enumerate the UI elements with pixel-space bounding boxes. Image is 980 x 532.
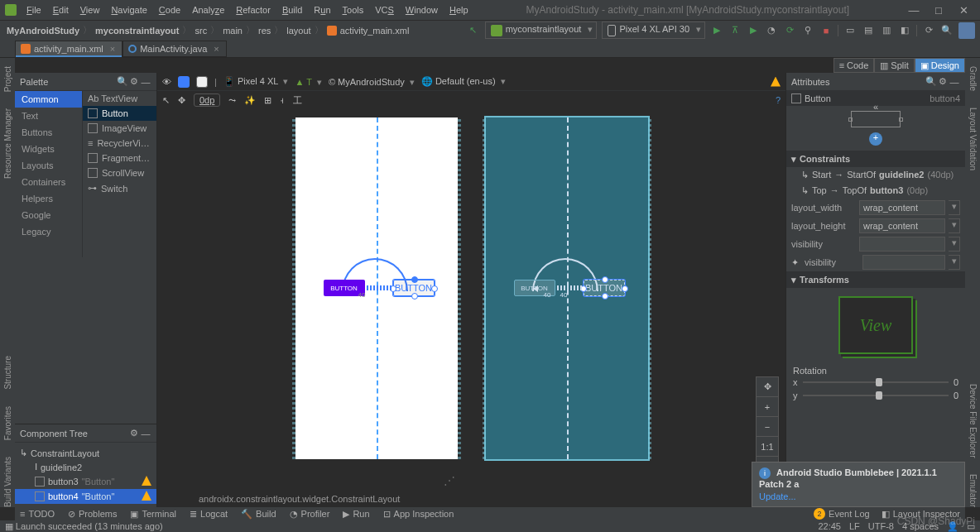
viewmode-split[interactable]: ▥ Split bbox=[874, 58, 914, 73]
pal-cat-text[interactable]: Text bbox=[15, 108, 82, 124]
search-icon[interactable]: 🔍 bbox=[940, 24, 954, 37]
pal-cat-common[interactable]: Common bbox=[15, 91, 82, 108]
default-margin[interactable]: 0dp bbox=[194, 93, 220, 107]
pal-item[interactable]: ScrollView bbox=[83, 165, 156, 180]
tool-resource-manager[interactable]: Resource Manager bbox=[3, 108, 12, 179]
update-notification[interactable]: i Android Studio Bumblebee | 2021.1.1 Pa… bbox=[752, 462, 965, 507]
menu-edit[interactable]: Edit bbox=[48, 2, 74, 17]
pal-cat-legacy[interactable]: Legacy bbox=[15, 223, 82, 240]
layout-breadcrumb[interactable]: androidx.constraintlayout.widget.Constra… bbox=[199, 494, 400, 504]
close-tab-icon[interactable]: × bbox=[110, 44, 115, 54]
menu-run[interactable]: Run bbox=[309, 2, 335, 17]
palette-minimize-icon[interactable]: — bbox=[140, 77, 151, 87]
menu-build[interactable]: Build bbox=[277, 2, 307, 17]
align-icon[interactable]: 工 bbox=[293, 94, 302, 107]
zoom-fit-button[interactable]: 1:1 bbox=[757, 437, 778, 457]
palette-search-icon[interactable]: 🔍 bbox=[117, 76, 128, 87]
avd-manager-icon[interactable]: ▭ bbox=[843, 24, 857, 37]
sync-project-icon[interactable]: ⟳ bbox=[922, 24, 935, 37]
debug-icon[interactable]: ⊼ bbox=[728, 24, 742, 37]
caret-position[interactable]: 22:45 bbox=[818, 521, 841, 532]
api-selector[interactable]: ▲ T bbox=[295, 77, 321, 87]
theme-selector[interactable]: © MyAndroidStudy bbox=[329, 77, 415, 87]
zoom-in-button[interactable]: + bbox=[757, 397, 778, 417]
minimize-button[interactable]: — bbox=[902, 4, 925, 17]
button4-view[interactable]: BUTTON bbox=[393, 280, 435, 296]
pan-button[interactable]: ✥ bbox=[757, 377, 778, 397]
pal-cat-widgets[interactable]: Widgets bbox=[15, 141, 82, 157]
locale-selector[interactable]: 🌐 Default (en-us) bbox=[421, 76, 506, 87]
zoom-out-button[interactable]: − bbox=[757, 417, 778, 437]
tool-gradle[interactable]: Gradle bbox=[968, 66, 978, 91]
menu-file[interactable]: File bbox=[22, 2, 46, 17]
palette-settings-icon[interactable]: ⚙ bbox=[128, 76, 140, 87]
tool-layout-validation[interactable]: Layout Validation bbox=[968, 108, 978, 170]
run-icon[interactable]: ▶ bbox=[710, 24, 723, 37]
stop-icon[interactable]: ■ bbox=[819, 24, 833, 37]
tool-problems[interactable]: ⊘ Problems bbox=[68, 509, 117, 520]
menu-view[interactable]: View bbox=[75, 2, 105, 17]
tool-run[interactable]: ▶ Run bbox=[343, 509, 369, 520]
pal-cat-google[interactable]: Google bbox=[15, 207, 82, 223]
menu-help[interactable]: Help bbox=[444, 2, 473, 17]
constraint-row[interactable]: ↳ Top → TopOf button3 (0dp) bbox=[786, 183, 965, 199]
pal-item[interactable]: Fragment… bbox=[83, 151, 156, 165]
device-dropdown[interactable]: Pixel 4 XL API 30 bbox=[602, 22, 705, 38]
button4-bp[interactable]: BUTTON bbox=[584, 280, 625, 296]
surface-blueprint-icon[interactable] bbox=[178, 76, 190, 88]
tool-build-variants[interactable]: Build Variants bbox=[3, 457, 12, 507]
toolwindow-toggle[interactable]: ▦ bbox=[5, 521, 13, 532]
user-avatar[interactable] bbox=[958, 22, 975, 39]
section-constraints[interactable]: Constraints bbox=[800, 154, 850, 164]
tool-app-inspection[interactable]: ⊡ App Inspection bbox=[383, 509, 454, 520]
menu-window[interactable]: Window bbox=[401, 2, 443, 17]
tool-structure[interactable]: Structure bbox=[3, 356, 12, 390]
design-surface[interactable]: BUTTON BUTTON 40 bbox=[295, 117, 458, 459]
maximize-button[interactable]: □ bbox=[927, 4, 950, 17]
viewmode-code[interactable]: ≡ Code bbox=[833, 58, 875, 73]
pal-cat-helpers[interactable]: Helpers bbox=[15, 190, 82, 207]
surface-design-icon[interactable] bbox=[196, 76, 208, 88]
pal-item[interactable]: ImageView bbox=[83, 121, 156, 136]
attrs-search-icon[interactable]: 🔍 bbox=[925, 76, 937, 87]
tool-todo[interactable]: ≡ TODO bbox=[20, 509, 55, 519]
pan-tool-icon[interactable]: ✥ bbox=[178, 95, 185, 106]
device-selector[interactable]: 📱 Pixel 4 XL bbox=[223, 76, 289, 87]
pal-item[interactable]: ⊶Switch bbox=[83, 180, 156, 196]
sync-arrow-icon[interactable]: ↖ bbox=[467, 24, 480, 37]
breadcrumb[interactable]: MyAndroidStudy〉 myconstraintlayout〉 src〉… bbox=[0, 24, 409, 36]
tool-project[interactable]: Project bbox=[3, 66, 12, 92]
tab-mainactivity[interactable]: MainActivity.java × bbox=[122, 41, 227, 57]
constraint-row[interactable]: ↳ Start → StartOf guideline2 (40dp) bbox=[786, 167, 965, 183]
ctree-node[interactable]: button4 "Button" bbox=[15, 489, 156, 504]
profile-icon[interactable]: ◔ bbox=[765, 24, 778, 37]
coverage-icon[interactable]: ▶ bbox=[747, 24, 760, 37]
tool-build[interactable]: 🔨 Build bbox=[241, 509, 276, 520]
rotation-y-slider[interactable] bbox=[803, 395, 949, 396]
section-transforms[interactable]: Transforms bbox=[800, 275, 849, 285]
pal-item[interactable]: Button bbox=[83, 106, 156, 121]
pack-icon[interactable]: ⫞ bbox=[280, 95, 285, 105]
tool-favorites[interactable]: Favorites bbox=[3, 406, 12, 440]
layout-height-input[interactable]: wrap_content bbox=[859, 218, 945, 233]
select-tool-icon[interactable]: ↖ bbox=[162, 95, 170, 106]
autoconnect-icon[interactable]: ⤳ bbox=[228, 95, 236, 106]
pal-cat-buttons[interactable]: Buttons bbox=[15, 124, 82, 141]
attrs-settings-icon[interactable]: ⚙ bbox=[937, 76, 949, 87]
pal-cat-layouts[interactable]: Layouts bbox=[15, 157, 82, 174]
visibility-input[interactable] bbox=[859, 237, 945, 252]
ctree-root[interactable]: ↳ConstraintLayout bbox=[15, 446, 156, 460]
tool-event-log[interactable]: 2 Event Log bbox=[814, 508, 870, 520]
menu-refactor[interactable]: Refactor bbox=[231, 2, 276, 17]
ctree-settings-icon[interactable]: ⚙ bbox=[128, 428, 140, 439]
rotation-x-slider[interactable] bbox=[803, 381, 949, 383]
blueprint-surface[interactable]: BUTTON BUTTON 40 40 bbox=[486, 117, 648, 459]
pal-item[interactable]: ≡RecyclerVi… bbox=[83, 136, 156, 151]
menu-code[interactable]: Code bbox=[154, 2, 185, 17]
clear-constraints-icon[interactable]: ✨ bbox=[244, 95, 256, 106]
menu-analyze[interactable]: Analyze bbox=[187, 2, 229, 17]
design-warning-icon[interactable] bbox=[771, 77, 781, 87]
pal-item[interactable]: Ab TextView bbox=[83, 91, 156, 106]
menu-vcs[interactable]: VCS bbox=[370, 2, 399, 17]
attach-debugger-icon[interactable]: ⚲ bbox=[801, 24, 814, 37]
